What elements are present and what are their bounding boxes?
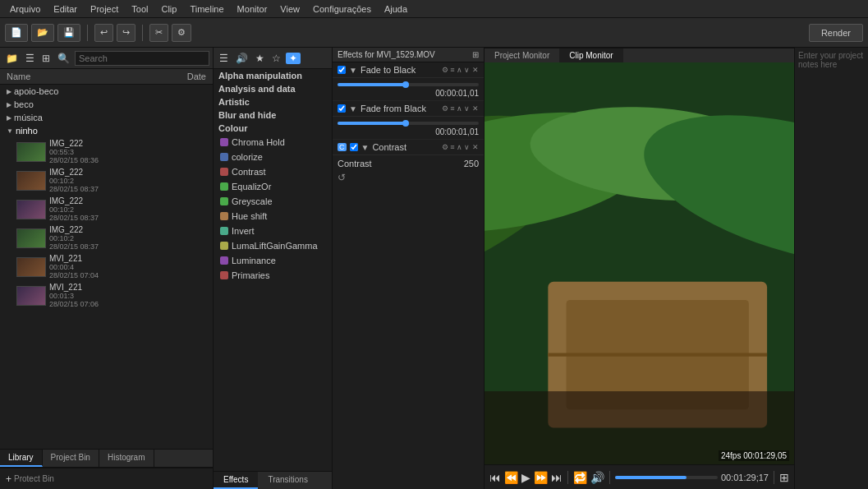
step-forward-button[interactable]: ⏩ [534, 471, 548, 484]
render-button[interactable]: Render [809, 24, 863, 42]
left-tabs: Library Project Bin Histogram [0, 449, 213, 468]
play-button[interactable]: ▶ [521, 471, 530, 484]
list-item[interactable]: IMG_222 00:10:2 28/02/15 08:37 [0, 166, 213, 195]
next-frame-button[interactable]: ⏭ [551, 471, 563, 484]
menu-project[interactable]: Project [84, 2, 125, 16]
clip-button[interactable]: ✂ [149, 24, 168, 42]
list-item[interactable]: MVI_221 00:00:4 28/02/15 07:04 [0, 252, 213, 281]
prev-frame-button[interactable]: ⏮ [489, 471, 501, 484]
file-name: IMG_222 [49, 139, 99, 148]
search-input[interactable] [75, 51, 209, 66]
settings-button[interactable]: ⚙ [172, 24, 191, 42]
list-item[interactable]: IMG_222 00:10:2 28/02/15 08:37 [0, 195, 213, 224]
effect-category-alpha: Alpha manipulation [214, 69, 332, 82]
filter-button[interactable]: 🔍 [55, 52, 72, 65]
effect-lumalift[interactable]: LumaLiftGainGamma [214, 238, 332, 253]
menu-editar[interactable]: Editar [47, 2, 84, 16]
effects-list-panel: ☰ 🔊 ★ ☆ ✦ Alpha manipulation Analysis an… [214, 48, 333, 489]
file-date: 28/02/15 08:36 [49, 156, 99, 164]
menu-tool[interactable]: Tool [125, 2, 154, 16]
effect-equalizor[interactable]: EqualizOr [214, 179, 332, 194]
menu-clip[interactable]: Clip [154, 2, 183, 16]
effect-name-label: Fade to Black [361, 65, 439, 75]
undo-button[interactable]: ↩ [94, 24, 113, 42]
add-clip-button[interactable]: 📁 [3, 52, 21, 65]
folder-musica[interactable]: ▶música [0, 111, 213, 124]
recycle-icon[interactable]: ↺ [338, 172, 346, 183]
menu-configuracoes[interactable]: Configurações [306, 2, 378, 16]
folder-beco[interactable]: ▶beco [0, 98, 213, 111]
effects-star2-btn[interactable]: ☆ [269, 52, 283, 65]
effects-tabs: Effects Transitions [214, 471, 332, 489]
effect-contrast[interactable]: Contrast [214, 164, 332, 179]
grid-view-button[interactable]: ⊞ [39, 52, 53, 65]
effect-fade-to-black-slider: 00:00:01,01 [333, 78, 484, 101]
tree-header: Name Date [0, 69, 213, 85]
effect-dot [220, 168, 228, 176]
loop-button[interactable]: 🔁 [573, 471, 587, 484]
tab-histogram[interactable]: Histogram [99, 450, 154, 467]
effect-luminance[interactable]: Luminance [214, 253, 332, 268]
list-item[interactable]: IMG_222 00:55:3 28/02/15 08:36 [0, 137, 213, 166]
list-item[interactable]: IMG_222 00:10:2 28/02/15 08:37 [0, 224, 213, 252]
volume-button[interactable]: 🔊 [590, 471, 604, 484]
list-item[interactable]: MVI_221 00:01:3 28/02/15 07:06 [0, 281, 213, 310]
add-button[interactable]: + [3, 473, 14, 486]
file-duration: 00:00:4 [49, 263, 99, 271]
file-info: IMG_222 00:55:3 28/02/15 08:36 [49, 139, 99, 164]
menu-ajuda[interactable]: Ajuda [378, 2, 414, 16]
file-date: 28/02/15 08:37 [49, 242, 99, 251]
folder-ninho[interactable]: ▼ninho [0, 124, 213, 137]
tab-project-bin[interactable]: Project Bin [43, 450, 99, 467]
tab-clip-monitor[interactable]: Clip Monitor [559, 48, 622, 62]
fade-slider[interactable] [338, 83, 479, 86]
effect-controls-icons: ⚙ ≡ ∧ ∨ ✕ [442, 66, 479, 74]
effects-view-list[interactable]: ☰ [217, 52, 231, 65]
effects-filter-btn[interactable]: ✦ [286, 53, 301, 64]
effect-colorize[interactable]: colorize [214, 150, 332, 164]
video-svg [485, 62, 794, 464]
menu-view[interactable]: View [273, 2, 306, 16]
effects-audio-btn[interactable]: 🔊 [233, 52, 250, 65]
effect-dot [220, 153, 228, 161]
progress-bar[interactable] [615, 476, 718, 479]
redo-button[interactable]: ↪ [117, 24, 135, 42]
file-name: IMG_222 [49, 225, 99, 234]
video-preview: 24fps 00:01:29,05 [485, 62, 794, 464]
file-duration: 00:10:2 [49, 177, 99, 185]
effects-star-btn[interactable]: ★ [253, 52, 267, 65]
file-info: MVI_221 00:00:4 28/02/15 07:04 [49, 254, 99, 279]
file-duration: 00:10:2 [49, 234, 99, 242]
props-expand-button[interactable]: ⊞ [472, 50, 479, 59]
list-view-button[interactable]: ☰ [23, 52, 37, 65]
effect-primaries[interactable]: Primaries [214, 268, 332, 283]
effect-enable-checkbox[interactable] [338, 66, 346, 74]
menu-monitor[interactable]: Monitor [231, 2, 274, 16]
effect-greyscale[interactable]: Greyscale [214, 194, 332, 209]
tab-project-monitor[interactable]: Project Monitor [485, 48, 559, 62]
menu-arquivo[interactable]: Arquivo [3, 2, 47, 16]
file-duration: 00:01:3 [49, 292, 99, 300]
folder-apoio-beco[interactable]: ▶apoio-beco [0, 85, 213, 98]
effect-hue-shift[interactable]: Hue shift [214, 209, 332, 224]
new-button[interactable]: 📄 [5, 24, 28, 42]
slider-handle[interactable] [402, 81, 409, 88]
open-button[interactable]: 📂 [31, 24, 54, 42]
notes-text: Enter your project notes here [798, 51, 865, 69]
tree-date-header: Date [187, 72, 206, 81]
effect-enable-checkbox[interactable] [338, 104, 346, 113]
fade-from-slider[interactable] [338, 122, 479, 125]
step-back-button[interactable]: ⏪ [504, 471, 518, 484]
tab-effects[interactable]: Effects [214, 472, 258, 489]
effect-chroma-hold[interactable]: Chroma Hold [214, 135, 332, 150]
slider-handle[interactable] [402, 120, 409, 127]
tab-library[interactable]: Library [0, 450, 43, 467]
tab-transitions[interactable]: Transitions [258, 472, 318, 489]
save-button[interactable]: 💾 [57, 24, 80, 42]
file-date: 28/02/15 08:37 [49, 185, 99, 193]
effect-invert[interactable]: Invert [214, 224, 332, 238]
effect-enable-checkbox[interactable] [350, 143, 358, 151]
fullscreen-button[interactable]: ⊞ [779, 471, 789, 484]
menu-timeline[interactable]: Timeline [183, 2, 230, 16]
folder-label: apoio-beco [14, 86, 58, 96]
